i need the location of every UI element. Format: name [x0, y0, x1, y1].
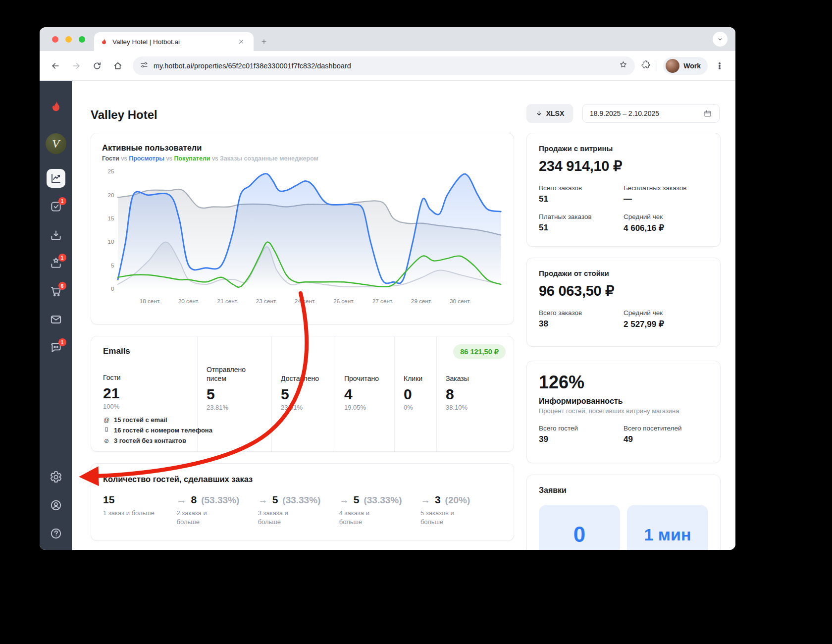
- profile-avatar: [666, 59, 679, 73]
- metric-value: 5: [207, 386, 263, 403]
- reload-button[interactable]: [88, 57, 106, 75]
- contacts-email-text: 15 гостей с email: [114, 416, 167, 424]
- svg-text:10: 10: [107, 238, 114, 245]
- sidebar-item-chat[interactable]: 1: [40, 341, 72, 354]
- funnel-label: 2 заказа и больше: [177, 509, 231, 526]
- emails-col-delivered: Доставлено 5 23.81%: [271, 336, 335, 451]
- site-settings-icon[interactable]: [140, 60, 149, 71]
- svg-text:27 сент.: 27 сент.: [372, 298, 394, 304]
- activity-chart: 051015202518 сент.20 сент.21 сент.23 сен…: [102, 167, 503, 307]
- funnel-step: →5(33.33%) 4 заказа и больше: [339, 494, 420, 526]
- sidebar-item-inbox[interactable]: [40, 229, 72, 242]
- export-xlsx-button[interactable]: XLSX: [526, 104, 573, 123]
- sidebar-item-mailings[interactable]: [40, 313, 72, 326]
- sidebar-item-orders[interactable]: 6: [40, 285, 72, 298]
- sidebar-item-help[interactable]: [40, 527, 72, 540]
- property-avatar[interactable]: V: [46, 133, 66, 154]
- app-sidebar: V 1: [40, 81, 72, 550]
- zoom-window-button[interactable]: [79, 36, 85, 43]
- bookmark-star-icon[interactable]: [619, 60, 628, 71]
- funnel-arrow-icon: →: [339, 494, 349, 506]
- emails-col-clicks: Клики 0 0%: [394, 336, 436, 451]
- tab-favicon-flame-icon: [100, 38, 108, 46]
- metric-value: 0: [404, 386, 428, 403]
- legend-separator: vs: [210, 155, 220, 162]
- legend-separator: vs: [164, 155, 174, 162]
- funnel-row: 15 1 заказ и больше →8(53.33%) 2 заказа …: [103, 494, 502, 526]
- sidebar-item-account[interactable]: [40, 499, 72, 512]
- active-users-card: Активные пользователи Гости vs Просмотры…: [91, 133, 514, 324]
- question-icon[interactable]: [50, 527, 62, 540]
- sidebar-item-analytics[interactable]: [40, 169, 72, 188]
- home-button[interactable]: [109, 57, 127, 75]
- browser-tab[interactable]: Valley Hotel | Hotbot.ai: [94, 32, 254, 51]
- metric-label: Доставлено: [281, 361, 327, 383]
- close-window-button[interactable]: [52, 36, 58, 43]
- back-button[interactable]: [47, 57, 64, 75]
- gear-icon[interactable]: [50, 471, 62, 483]
- new-tab-button[interactable]: [258, 35, 270, 48]
- svg-text:15: 15: [107, 215, 114, 221]
- mail-icon[interactable]: [50, 313, 62, 326]
- contacts-summary: @ 15 гостей с email 16 гостей с номером …: [103, 413, 212, 444]
- sidebar-item-settings[interactable]: [40, 471, 72, 483]
- date-range-picker[interactable]: 18.9.2025 – 2.10.2025: [582, 104, 720, 123]
- contacts-phone-row: 16 гостей с номером телефона: [103, 427, 212, 434]
- tab-close-icon[interactable]: [235, 35, 248, 48]
- funnel-value: 3: [435, 494, 441, 506]
- browser-toolbar: my.hotbot.ai/properties/65f2c01f38e33000…: [40, 51, 735, 81]
- sidebar-item-property[interactable]: V: [40, 133, 72, 154]
- awareness-value: 126%: [539, 372, 708, 393]
- forward-button[interactable]: [67, 57, 85, 75]
- funnel-label: 1 заказ и больше: [103, 509, 157, 518]
- contacts-phone-text: 16 гостей с номером телефона: [114, 427, 212, 434]
- contacts-none-row: ⊘ 3 гостей без контактов: [103, 437, 212, 444]
- inbox-download-icon[interactable]: [50, 229, 62, 242]
- address-bar[interactable]: my.hotbot.ai/properties/65f2c01f38e33000…: [133, 56, 635, 75]
- card-total: 96 063,50 ₽: [539, 282, 708, 299]
- sidebar-item-tasks[interactable]: 1: [40, 200, 72, 213]
- funnel-title: Количество гостей, сделавших заказ: [103, 475, 502, 484]
- phone-icon: [103, 427, 110, 434]
- metric-value: 21: [103, 385, 189, 402]
- metric-percent: 23.81%: [207, 404, 263, 411]
- funnel-step: →5(33.33%) 3 заказа и больше: [258, 494, 339, 526]
- reviews-star-icon[interactable]: 1: [50, 257, 62, 269]
- orders-funnel-card: Количество гостей, сделавших заказ 15 1 …: [91, 463, 514, 541]
- funnel-label: 5 заказов и больше: [420, 509, 475, 526]
- tab-title: Valley Hotel | Hotbot.ai: [112, 38, 230, 46]
- stat: Всего заказов51: [539, 184, 624, 204]
- no-contact-icon: ⊘: [103, 437, 110, 444]
- svg-text:24 сент.: 24 сент.: [295, 298, 316, 304]
- extensions-icon[interactable]: [641, 60, 651, 72]
- contacts-email-row: @ 15 гостей с email: [103, 416, 212, 424]
- funnel-step: →3(20%) 5 заказов и больше: [420, 494, 502, 526]
- chat-badge: 1: [58, 338, 66, 346]
- requests-tiles: 0 1 мин: [539, 505, 708, 550]
- svg-text:5: 5: [111, 262, 114, 268]
- tasks-check-icon[interactable]: 1: [50, 200, 62, 213]
- svg-text:21 сент.: 21 сент.: [217, 298, 239, 304]
- metric-percent: 19.05%: [344, 404, 386, 411]
- url-text[interactable]: my.hotbot.ai/properties/65f2c01f38e33000…: [154, 62, 614, 70]
- page-content: V 1: [40, 81, 735, 550]
- legend-item: Просмотры: [129, 155, 164, 162]
- profile-chip[interactable]: Work: [663, 57, 708, 75]
- cart-icon[interactable]: 6: [50, 285, 62, 298]
- date-range-text: 18.9.2025 – 2.10.2025: [590, 109, 703, 117]
- sidebar-item-reviews[interactable]: 1: [40, 257, 72, 269]
- funnel-percent: (53.33%): [201, 495, 239, 506]
- chat-bubble-icon[interactable]: 1: [50, 341, 62, 354]
- metric-value: 5: [281, 386, 327, 403]
- desktop-background: Valley Hotel | Hotbot.ai my.hotbot.ai/pr…: [0, 0, 832, 644]
- metric-percent: 0%: [404, 404, 428, 411]
- card-stats: Всего заказов51 Бесплатных заказов— Плат…: [539, 184, 708, 233]
- analytics-chart-icon[interactable]: [47, 169, 65, 188]
- tab-search-chevron-icon[interactable]: [713, 32, 728, 47]
- svg-text:0: 0: [111, 285, 114, 292]
- card-total: 234 914,10 ₽: [539, 158, 708, 174]
- funnel-label: 3 заказа и больше: [258, 509, 312, 526]
- minimize-window-button[interactable]: [65, 36, 72, 43]
- browser-menu-icon[interactable]: [711, 57, 728, 75]
- person-icon[interactable]: [50, 499, 62, 512]
